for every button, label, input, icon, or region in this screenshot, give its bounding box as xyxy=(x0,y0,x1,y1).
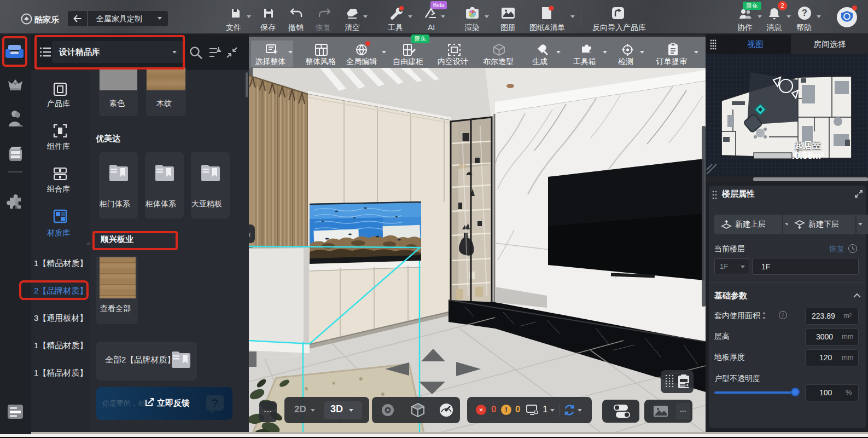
svg-text:?: ? xyxy=(211,396,218,410)
svg-text:‹: ‹ xyxy=(249,229,251,239)
svg-text:20.58m²: 20.58m² xyxy=(789,151,824,161)
svg-text:起居室: 起居室 xyxy=(794,140,821,150)
